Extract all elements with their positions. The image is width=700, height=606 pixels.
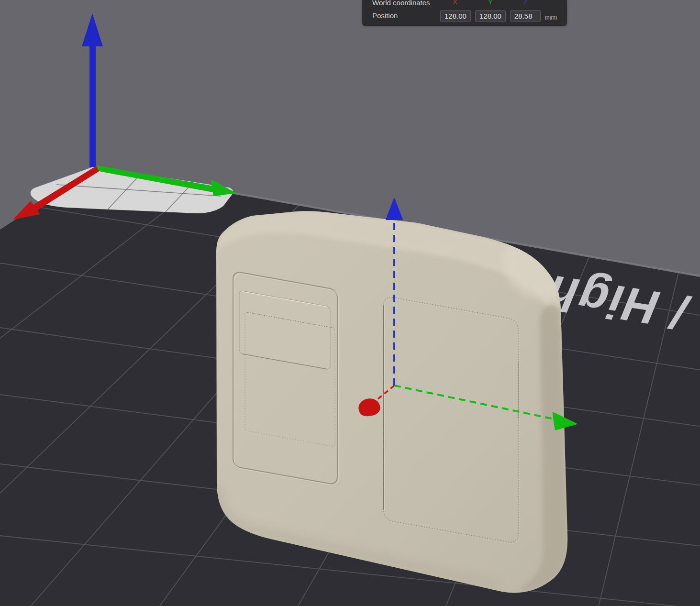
position-y-input[interactable]: [475, 10, 506, 22]
position-row-label: Position: [372, 11, 398, 20]
position-x-input[interactable]: [440, 10, 471, 22]
app-window: / High: [0, 0, 700, 606]
coordinates-panel-title: World coordinates: [372, 0, 430, 7]
position-z-input[interactable]: [510, 10, 541, 22]
unit-label: mm: [545, 13, 557, 21]
coordinates-panel: World coordinates X Y Z Position mm: [362, 0, 567, 26]
axis-header-y: Y: [488, 0, 493, 6]
axis-header-z: Z: [523, 0, 527, 6]
model-object[interactable]: [216, 211, 580, 593]
viewport-3d[interactable]: / High: [0, 0, 700, 606]
axis-header-x: X: [453, 0, 457, 6]
